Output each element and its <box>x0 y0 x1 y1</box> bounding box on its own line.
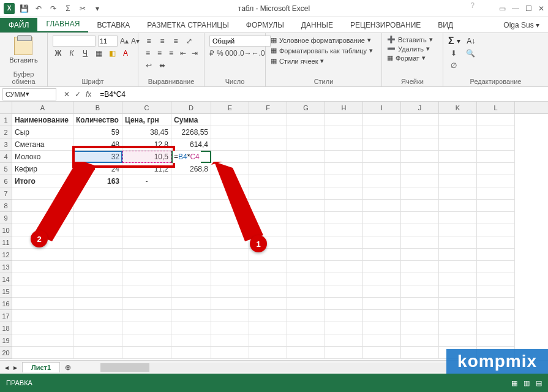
ribbon-options-icon[interactable]: ▭ <box>499 4 506 13</box>
cell[interactable] <box>211 310 249 322</box>
cell[interactable] <box>211 322 249 334</box>
cell[interactable]: 59 <box>73 126 122 138</box>
cell-styles-button[interactable]: ▦ Стили ячеек ▾ <box>271 56 377 66</box>
cell[interactable]: Сыр <box>12 126 73 138</box>
help-icon[interactable]: ? <box>470 1 475 10</box>
tab-review[interactable]: РЕЦЕНЗИРОВАНИЕ <box>342 18 429 32</box>
cell[interactable]: Сметана <box>12 138 73 151</box>
maximize-icon[interactable]: ☐ <box>525 4 532 13</box>
cell[interactable] <box>249 298 287 310</box>
name-box[interactable]: СУММ ▾ <box>2 88 56 100</box>
cell[interactable] <box>287 163 325 175</box>
cell[interactable] <box>287 224 325 236</box>
cell[interactable] <box>439 236 477 249</box>
view-layout-icon[interactable]: ▥ <box>524 379 530 387</box>
font-size-input[interactable] <box>98 36 118 47</box>
cell[interactable] <box>439 126 477 138</box>
col-header-g[interactable]: G <box>287 102 325 113</box>
cell[interactable] <box>439 200 477 212</box>
cell[interactable] <box>477 224 515 236</box>
col-header-j[interactable]: J <box>401 102 439 113</box>
cell[interactable]: 32 <box>73 151 122 163</box>
cell[interactable] <box>287 285 325 298</box>
row-header[interactable]: 17 <box>0 310 12 322</box>
cell[interactable]: Цена, грн <box>122 114 171 126</box>
cell[interactable] <box>122 261 171 273</box>
cell[interactable] <box>439 175 477 187</box>
cell[interactable] <box>401 114 439 126</box>
cell[interactable]: Количество <box>73 114 122 126</box>
cell[interactable] <box>12 347 73 359</box>
cell[interactable] <box>439 151 477 163</box>
cell[interactable]: 12,8 <box>122 138 171 151</box>
cell[interactable] <box>211 273 249 285</box>
italic-icon[interactable]: К <box>66 48 77 59</box>
cell[interactable] <box>249 114 287 126</box>
autosum-icon[interactable]: Σ <box>448 36 454 47</box>
col-header-c[interactable]: C <box>122 102 171 113</box>
row-header[interactable]: 20 <box>0 347 12 359</box>
find-icon[interactable]: 🔍 <box>466 49 475 58</box>
cell[interactable] <box>401 138 439 151</box>
cell[interactable] <box>363 224 401 236</box>
cell[interactable] <box>439 114 477 126</box>
cell[interactable] <box>477 334 515 347</box>
cell[interactable] <box>401 273 439 285</box>
cell[interactable] <box>122 322 171 334</box>
align-top-icon[interactable]: ≡ <box>143 36 154 47</box>
row-header[interactable]: 8 <box>0 200 12 212</box>
cell[interactable] <box>477 138 515 151</box>
cell[interactable] <box>401 310 439 322</box>
cell[interactable] <box>325 261 363 273</box>
cell[interactable] <box>439 273 477 285</box>
row-header[interactable]: 9 <box>0 212 12 224</box>
cell[interactable] <box>363 114 401 126</box>
cell[interactable] <box>401 261 439 273</box>
cell[interactable] <box>211 114 249 126</box>
cell[interactable] <box>249 151 287 163</box>
col-header-b[interactable]: B <box>73 102 122 113</box>
cell[interactable] <box>122 187 171 200</box>
cell[interactable] <box>171 298 211 310</box>
inc-decimal-icon[interactable]: .0→ <box>239 48 250 59</box>
cell[interactable] <box>477 114 515 126</box>
cell[interactable] <box>439 138 477 151</box>
tab-file[interactable]: ФАЙЛ <box>0 18 37 32</box>
cell[interactable] <box>477 249 515 261</box>
cell[interactable] <box>401 151 439 163</box>
cell[interactable] <box>325 212 363 224</box>
number-format-select[interactable] <box>209 36 271 47</box>
cell[interactable] <box>439 298 477 310</box>
cell[interactable] <box>287 249 325 261</box>
cell[interactable] <box>325 163 363 175</box>
cell[interactable] <box>122 249 171 261</box>
cell[interactable] <box>477 322 515 334</box>
cell[interactable] <box>325 200 363 212</box>
cell[interactable] <box>12 285 73 298</box>
col-header-k[interactable]: K <box>439 102 477 113</box>
cell[interactable] <box>122 347 171 359</box>
row-header[interactable]: 5 <box>0 163 12 175</box>
cell[interactable] <box>249 322 287 334</box>
cell[interactable] <box>287 212 325 224</box>
cell[interactable] <box>171 285 211 298</box>
cell[interactable] <box>122 212 171 224</box>
cell[interactable] <box>211 334 249 347</box>
underline-icon[interactable]: Ч <box>80 48 91 59</box>
cell[interactable] <box>122 273 171 285</box>
view-normal-icon[interactable]: ▦ <box>511 379 517 387</box>
cell[interactable] <box>249 126 287 138</box>
cell[interactable] <box>363 298 401 310</box>
paste-button[interactable]: Вставить <box>7 36 40 65</box>
align-right-icon[interactable]: ≡ <box>167 48 176 59</box>
cell[interactable] <box>363 334 401 347</box>
cell[interactable] <box>477 273 515 285</box>
tab-view[interactable]: ВИД <box>429 18 462 32</box>
cell[interactable] <box>171 261 211 273</box>
cell[interactable] <box>287 236 325 249</box>
row-header[interactable]: 12 <box>0 249 12 261</box>
cell[interactable] <box>287 261 325 273</box>
cell[interactable] <box>325 138 363 151</box>
cell[interactable] <box>325 347 363 359</box>
cell[interactable] <box>439 322 477 334</box>
